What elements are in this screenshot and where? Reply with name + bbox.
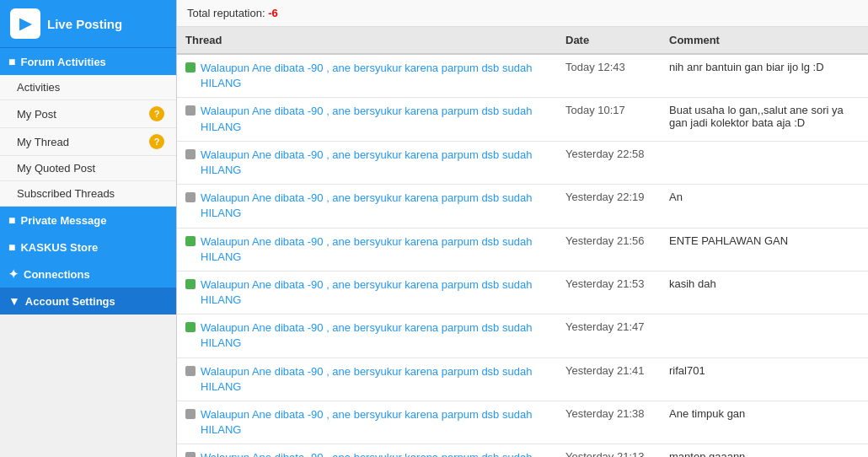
comment-cell: [661, 141, 868, 184]
table-row: Walaupun Ane dibata -90 , ane bersyukur …: [177, 141, 868, 184]
status-dot: [185, 322, 196, 332]
threads-table: Thread Date Comment Walaupun Ane dibata …: [177, 27, 868, 457]
comment-cell: nih anr bantuin gan biar ijo lg :D: [661, 54, 868, 98]
status-dot: [185, 279, 196, 289]
thread-link[interactable]: Walaupun Ane dibata -90 , ane bersyukur …: [201, 191, 549, 221]
thread-cell: Walaupun Ane dibata -90 , ane bersyukur …: [177, 185, 557, 228]
thread-link[interactable]: Walaupun Ane dibata -90 , ane bersyukur …: [201, 364, 549, 395]
comment-cell: Ane timpuk gan: [661, 401, 868, 444]
sidebar: ▶ Live Posting ■ Forum Activities Activi…: [0, 0, 177, 457]
table-row: Walaupun Ane dibata -90 , ane bersyukur …: [177, 315, 868, 358]
thread-cell: Walaupun Ane dibata -90 , ane bersyukur …: [177, 315, 557, 358]
thread-cell: Walaupun Ane dibata -90 , ane bersyukur …: [177, 98, 557, 141]
total-rep-label: Total reputation:: [187, 7, 268, 19]
table-row: Walaupun Ane dibata -90 , ane bersyukur …: [177, 358, 868, 401]
thread-link[interactable]: Walaupun Ane dibata -90 , ane bersyukur …: [201, 320, 549, 351]
activities-label: Activities: [17, 81, 60, 94]
comment-cell: An: [661, 185, 868, 228]
thread-link[interactable]: Walaupun Ane dibata -90 , ane bersyukur …: [201, 234, 549, 265]
table-row: Walaupun Ane dibata -90 , ane bersyukur …: [177, 54, 868, 98]
table-row: Walaupun Ane dibata -90 , ane bersyukur …: [177, 444, 868, 457]
thread-link[interactable]: Walaupun Ane dibata -90 , ane bersyukur …: [201, 407, 549, 438]
kaskus-store-label: KASKUS Store: [20, 241, 98, 254]
status-dot: [185, 236, 196, 246]
status-dot: [185, 452, 196, 457]
thread-link[interactable]: Walaupun Ane dibata -90 , ane bersyukur …: [201, 61, 549, 91]
sidebar-item-subscribed-threads[interactable]: Subscribed Threads: [0, 181, 176, 207]
date-cell: Yesterday 21:13: [557, 444, 661, 457]
private-message-header[interactable]: ■ Private Message: [0, 207, 176, 234]
thread-cell: Walaupun Ane dibata -90 , ane bersyukur …: [177, 141, 557, 184]
private-message-icon: ■: [8, 213, 15, 227]
status-dot: [185, 409, 196, 419]
comment-cell: mantep gaaann.....: [661, 444, 868, 457]
date-cell: Yesterday 21:47: [557, 315, 661, 358]
date-cell: Yesterday 22:58: [557, 141, 661, 184]
forum-activities-icon: ■: [8, 55, 15, 68]
sidebar-item-my-quoted-post[interactable]: My Quoted Post: [0, 156, 176, 181]
my-quoted-post-label: My Quoted Post: [17, 162, 95, 175]
status-dot: [185, 366, 196, 376]
private-message-label: Private Message: [20, 214, 106, 227]
thread-cell: Walaupun Ane dibata -90 , ane bersyukur …: [177, 54, 557, 98]
sidebar-item-my-post[interactable]: My Post ?: [0, 100, 176, 128]
threads-table-wrapper[interactable]: Thread Date Comment Walaupun Ane dibata …: [177, 27, 868, 457]
status-dot: [185, 62, 196, 73]
thread-link[interactable]: Walaupun Ane dibata -90 , ane bersyukur …: [201, 450, 549, 457]
thread-link[interactable]: Walaupun Ane dibata -90 , ane bersyukur …: [201, 104, 549, 134]
thread-link[interactable]: Walaupun Ane dibata -90 , ane bersyukur …: [201, 148, 549, 178]
account-settings-label: Account Settings: [25, 295, 115, 308]
subscribed-threads-label: Subscribed Threads: [17, 187, 115, 200]
my-post-badge: ?: [149, 106, 164, 121]
thread-cell: Walaupun Ane dibata -90 , ane bersyukur …: [177, 444, 557, 457]
table-row: Walaupun Ane dibata -90 , ane bersyukur …: [177, 185, 868, 228]
col-comment: Comment: [661, 27, 868, 54]
my-thread-badge: ?: [149, 134, 164, 149]
live-posting-label: Live Posting: [47, 17, 122, 31]
sidebar-item-activities[interactable]: Activities: [0, 75, 176, 100]
live-posting-icon: ▶: [10, 8, 40, 39]
forum-activities-label: Forum Activities: [20, 56, 105, 68]
date-cell: Yesterday 21:56: [557, 228, 661, 271]
table-row: Walaupun Ane dibata -90 , ane bersyukur …: [177, 228, 868, 271]
status-dot: [185, 149, 196, 159]
comment-cell: ENTE PAHLAWAN GAN: [661, 228, 868, 271]
thread-cell: Walaupun Ane dibata -90 , ane bersyukur …: [177, 271, 557, 314]
account-settings-header[interactable]: ▼ Account Settings: [0, 288, 176, 315]
kaskus-store-icon: ■: [8, 240, 15, 254]
forum-activities-header[interactable]: ■ Forum Activities: [0, 48, 176, 75]
table-row: Walaupun Ane dibata -90 , ane bersyukur …: [177, 98, 868, 141]
my-post-label: My Post: [17, 108, 56, 121]
comment-cell: rifal701: [661, 358, 868, 401]
date-cell: Yesterday 21:41: [557, 358, 661, 401]
sidebar-item-my-thread[interactable]: My Thread ?: [0, 128, 176, 156]
date-cell: Today 12:43: [557, 54, 661, 98]
table-row: Walaupun Ane dibata -90 , ane bersyukur …: [177, 401, 868, 444]
connections-icon: ✦: [8, 267, 19, 281]
total-reputation-bar: Total reputation: -6: [177, 0, 868, 27]
col-thread: Thread: [177, 27, 557, 54]
live-posting-button[interactable]: ▶ Live Posting: [0, 0, 176, 48]
date-cell: Today 10:17: [557, 98, 661, 141]
total-rep-value: -6: [268, 7, 278, 19]
status-dot: [185, 105, 196, 116]
col-date: Date: [557, 27, 661, 54]
my-thread-label: My Thread: [17, 136, 69, 148]
connections-label: Connections: [24, 268, 90, 281]
table-row: Walaupun Ane dibata -90 , ane bersyukur …: [177, 271, 868, 314]
comment-cell: Buat usaha lo gan,,salut ane sori ya gan…: [661, 98, 868, 141]
connections-header[interactable]: ✦ Connections: [0, 261, 176, 288]
table-header-row: Thread Date Comment: [177, 27, 868, 54]
comment-cell: [661, 315, 868, 358]
date-cell: Yesterday 22:19: [557, 185, 661, 228]
thread-cell: Walaupun Ane dibata -90 , ane bersyukur …: [177, 358, 557, 401]
date-cell: Yesterday 21:38: [557, 401, 661, 444]
kaskus-store-header[interactable]: ■ KASKUS Store: [0, 234, 176, 261]
thread-link[interactable]: Walaupun Ane dibata -90 , ane bersyukur …: [201, 277, 549, 308]
account-settings-icon: ▼: [8, 294, 20, 308]
comment-cell: kasih dah: [661, 271, 868, 314]
thread-cell: Walaupun Ane dibata -90 , ane bersyukur …: [177, 401, 557, 444]
thread-cell: Walaupun Ane dibata -90 , ane bersyukur …: [177, 228, 557, 271]
date-cell: Yesterday 21:53: [557, 271, 661, 314]
main-content: Total reputation: -6 Thread Date Comment…: [177, 0, 868, 457]
